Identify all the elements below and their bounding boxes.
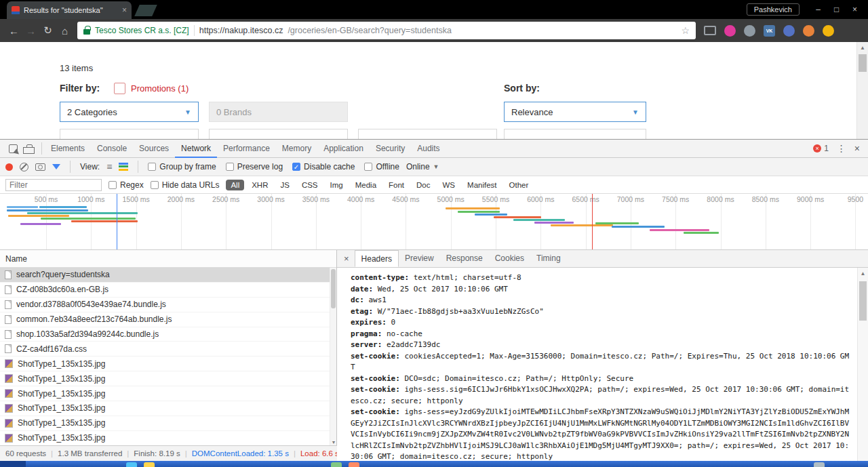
checkbox-offline[interactable]: Offline: [364, 162, 399, 171]
devtools-close-icon[interactable]: ×: [854, 143, 860, 154]
sort-dropdown[interactable]: Relevance ▼: [504, 102, 646, 122]
name-column-header[interactable]: Name: [0, 250, 336, 268]
vk-icon[interactable]: VK: [764, 25, 775, 37]
screenshot-capture-icon[interactable]: [35, 163, 45, 171]
scrollbar-thumb[interactable]: [331, 269, 336, 308]
blue-extension-icon[interactable]: [783, 25, 795, 37]
error-badge[interactable]: × 1: [813, 144, 829, 153]
filter-input[interactable]: [5, 179, 102, 191]
devtools-menu-icon[interactable]: ⋮: [837, 143, 846, 154]
checkbox-box-icon[interactable]: [364, 163, 372, 171]
devtools-tab-application[interactable]: Application: [317, 140, 370, 158]
detail-tab-headers[interactable]: Headers: [355, 250, 399, 267]
forward-button[interactable]: →: [22, 25, 39, 37]
network-overview[interactable]: 500 ms1000 ms1500 ms2000 ms2500 ms3000 m…: [0, 194, 868, 250]
categories-dropdown[interactable]: 2 Categories ▼: [60, 102, 199, 122]
filter-pill-other[interactable]: Other: [505, 180, 534, 190]
tab-close-icon[interactable]: ×: [122, 6, 127, 14]
new-tab-button[interactable]: [134, 5, 157, 16]
filter-pill-doc[interactable]: Doc: [412, 180, 435, 190]
request-row[interactable]: ShotType1_135x135.jpg: [0, 401, 330, 416]
checkbox-box-icon[interactable]: [151, 181, 159, 189]
request-row[interactable]: vendor.d3788a0f0543e439ae74.bundle.js: [0, 298, 330, 312]
taskbar-icon-4[interactable]: [349, 462, 359, 467]
request-row[interactable]: shop.1033a5af2d394a99244c.bundle.js: [0, 327, 330, 342]
filter-pill-css[interactable]: CSS: [297, 180, 323, 190]
filter-pill-ws[interactable]: WS: [438, 180, 460, 190]
device-toolbar-icon[interactable]: [26, 144, 33, 153]
request-row[interactable]: ShotType1_135x135.jpg: [0, 416, 330, 431]
cast-icon[interactable]: [704, 26, 716, 35]
request-row[interactable]: ShotType1_135x135.jpg: [0, 357, 330, 371]
clear-button[interactable]: [20, 163, 28, 171]
checkbox-disable-cache[interactable]: ✓Disable cache: [292, 162, 355, 171]
browser-tab[interactable]: Results for "studentska" ×: [7, 1, 132, 19]
start-button[interactable]: [0, 461, 26, 467]
minimize-button[interactable]: –: [809, 5, 827, 14]
devtools-tab-performance[interactable]: Performance: [217, 140, 276, 158]
devtools-tab-console[interactable]: Console: [91, 140, 133, 158]
checkbox-preserve-log[interactable]: Preserve log: [226, 162, 283, 171]
devtools-tab-network[interactable]: Network: [175, 140, 217, 158]
home-button[interactable]: ⌂: [56, 25, 73, 37]
filter-pill-all[interactable]: All: [226, 180, 244, 190]
taskbar[interactable]: [0, 461, 868, 467]
request-row[interactable]: CZ-ca4df167da.css: [0, 342, 330, 357]
scroll-up-icon[interactable]: ▲: [857, 42, 868, 51]
promotions-checkbox[interactable]: [114, 83, 125, 94]
overview-toggle-icon[interactable]: [119, 163, 128, 171]
detail-tab-timing[interactable]: Timing: [530, 250, 567, 267]
details-scrollbar[interactable]: ▲: [857, 268, 868, 461]
scrollbar-thumb[interactable]: [859, 54, 867, 72]
filter-pill-img[interactable]: Img: [326, 180, 348, 190]
request-row[interactable]: ShotType1_135x135.jpg: [0, 386, 330, 401]
regex-checkbox[interactable]: Regex: [108, 180, 144, 190]
detail-tab-response[interactable]: Response: [440, 250, 489, 267]
list-view-icon[interactable]: ≡: [106, 162, 112, 171]
devtools-tab-elements[interactable]: Elements: [45, 140, 91, 158]
checkbox-box-icon[interactable]: ✓: [292, 163, 300, 171]
scroll-down-icon[interactable]: ▼: [330, 440, 337, 445]
checkbox-box-icon[interactable]: [148, 163, 156, 171]
devtools-tab-memory[interactable]: Memory: [276, 140, 317, 158]
request-row[interactable]: search?query=studentska: [0, 268, 330, 283]
checkbox-box-icon[interactable]: [108, 181, 117, 189]
request-row[interactable]: ShotType1_135x135.jpg: [0, 431, 330, 445]
profile-button[interactable]: Pashkevich: [747, 3, 800, 16]
request-list-scrollbar[interactable]: ▼: [330, 268, 336, 445]
back-button[interactable]: ←: [5, 25, 22, 37]
close-button[interactable]: ×: [846, 5, 864, 14]
reload-button[interactable]: ↻: [39, 24, 56, 37]
detail-tab-cookies[interactable]: Cookies: [489, 250, 530, 267]
scroll-up-icon[interactable]: ▲: [858, 268, 868, 277]
pink-extension-icon[interactable]: [724, 25, 736, 37]
request-row[interactable]: ShotType1_135x135.jpg: [0, 371, 330, 386]
address-bar[interactable]: Tesco Stores CR a.s. [CZ] https://nakup.…: [77, 22, 696, 39]
maximize-button[interactable]: □: [827, 5, 846, 14]
ev-certificate-label[interactable]: Tesco Stores CR a.s. [CZ]: [95, 26, 189, 35]
filter-pill-xhr[interactable]: XHR: [247, 180, 273, 190]
record-button[interactable]: [5, 163, 13, 171]
promotions-label[interactable]: Promotions (1): [131, 83, 189, 94]
devtools-tab-audits[interactable]: Audits: [411, 140, 446, 158]
devtools-tab-sources[interactable]: Sources: [133, 140, 175, 158]
scrollbar-thumb[interactable]: [859, 281, 867, 321]
taskbar-icon-2[interactable]: [144, 462, 155, 467]
orange-extension-icon[interactable]: [803, 25, 814, 37]
gray-extension-icon[interactable]: [744, 25, 755, 37]
filter-pill-media[interactable]: Media: [351, 180, 381, 190]
promotions-filter[interactable]: Promotions (1): [114, 83, 189, 94]
throttling-dropdown[interactable]: Online ▼: [406, 162, 439, 171]
request-row[interactable]: common.7eb34a8eecf213c764ab.bundle.js: [0, 312, 330, 327]
inspect-element-icon[interactable]: [9, 144, 18, 153]
taskbar-icon-5[interactable]: [814, 462, 825, 467]
checkbox-group-by-frame[interactable]: Group by frame: [148, 162, 216, 171]
detail-tab-preview[interactable]: Preview: [399, 250, 440, 267]
detail-close-icon[interactable]: ×: [338, 253, 355, 264]
brands-dropdown[interactable]: 0 Brands: [209, 102, 348, 122]
filter-toggle-icon[interactable]: [52, 164, 60, 169]
devtools-tab-security[interactable]: Security: [370, 140, 411, 158]
taskbar-icon-1[interactable]: [126, 462, 137, 467]
checkbox-box-icon[interactable]: [226, 163, 234, 171]
page-scrollbar[interactable]: ▲: [856, 42, 868, 139]
